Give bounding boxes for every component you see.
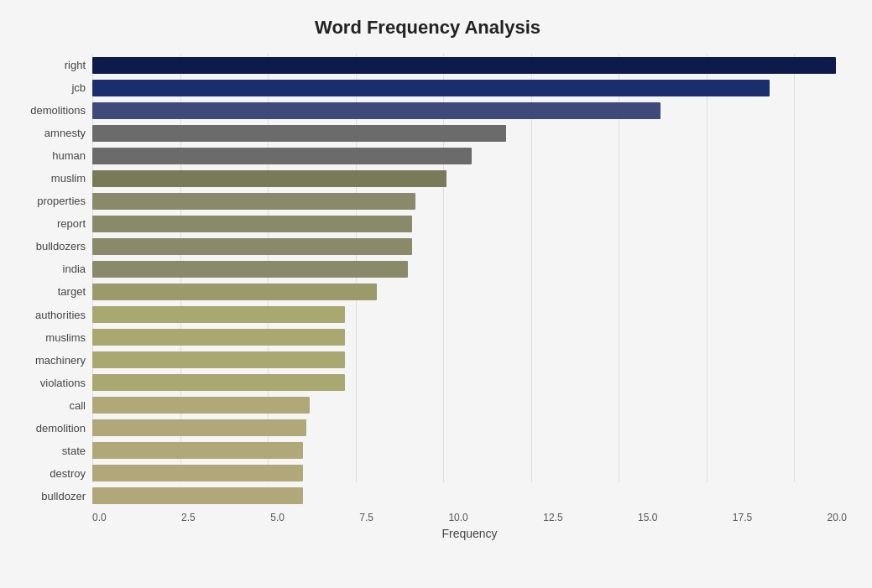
bar-row (92, 122, 847, 144)
bar-row (92, 485, 847, 507)
x-tick: 12.5 (543, 512, 562, 523)
bar-target (92, 284, 377, 300)
bar-row (92, 417, 847, 439)
bar-row (92, 190, 847, 212)
bar-row (92, 462, 847, 484)
bar-properties (92, 193, 415, 210)
bar-row (92, 236, 847, 258)
bar-row (92, 145, 847, 167)
bar-violations (92, 374, 345, 391)
x-tick: 15.0 (638, 512, 657, 523)
bar-row (92, 100, 847, 122)
bar-call (92, 397, 310, 414)
x-tick: 10.0 (448, 512, 467, 523)
y-label: bulldozers (36, 235, 86, 258)
chart-title: Word Frequency Analysis (8, 17, 847, 39)
y-label: right (65, 54, 86, 76)
y-label: call (69, 394, 86, 417)
y-label: report (57, 212, 86, 235)
y-label: muslim (51, 167, 86, 190)
x-tick: 5.0 (270, 512, 285, 523)
bar-destroy (92, 465, 303, 481)
y-label: amnesty (44, 122, 86, 144)
bar-human (92, 148, 472, 164)
bar-row (92, 168, 847, 190)
bar-row (92, 281, 847, 303)
y-label: demolitions (30, 99, 86, 122)
bar-row (92, 213, 847, 235)
y-label: muslims (45, 326, 86, 349)
bottom-section: 0.02.55.07.510.012.515.017.520.0 Frequen… (8, 507, 847, 540)
bar-row (92, 349, 847, 371)
bar-machinery (92, 351, 345, 368)
chart-container: Word Frequency Analysis rightjcbdemoliti… (0, 0, 872, 588)
y-label: human (52, 144, 86, 167)
bar-right (92, 57, 836, 74)
bars-wrapper (92, 54, 847, 507)
bar-muslim (92, 170, 446, 187)
y-label: india (63, 258, 86, 280)
y-axis-labels: rightjcbdemolitionsamnestyhumanmuslimpro… (8, 54, 92, 507)
y-label: bulldozer (41, 485, 86, 507)
bar-authorities (92, 306, 345, 323)
bar-row (92, 258, 847, 280)
y-label: authorities (35, 304, 86, 326)
x-axis-label: Frequency (92, 527, 847, 540)
chart-area: rightjcbdemolitionsamnestyhumanmuslimpro… (8, 54, 847, 507)
x-axis: 0.02.55.07.510.012.515.017.520.0 (92, 507, 847, 523)
x-tick: 7.5 (359, 512, 373, 523)
bar-state (92, 442, 303, 459)
bar-row (92, 394, 847, 416)
bars-and-grid (92, 54, 847, 507)
bar-row (92, 304, 847, 325)
bar-demolitions (92, 102, 661, 119)
x-tick: 0.0 (92, 512, 107, 523)
x-tick: 2.5 (181, 512, 196, 523)
bar-demolition (92, 419, 306, 436)
bar-bulldozers (92, 238, 412, 255)
bar-report (92, 216, 412, 232)
bar-jcb (92, 80, 770, 96)
y-label: properties (37, 190, 86, 212)
y-label: jcb (71, 76, 86, 99)
bar-india (92, 261, 408, 278)
y-label: destroy (50, 462, 86, 485)
bar-row (92, 326, 847, 348)
y-label: target (58, 280, 86, 303)
bar-bulldozer (92, 487, 303, 504)
y-label: state (62, 440, 86, 462)
x-tick: 20.0 (828, 512, 847, 523)
y-label: machinery (35, 349, 86, 372)
bar-row (92, 55, 847, 76)
bar-row (92, 440, 847, 461)
bar-amnesty (92, 125, 506, 142)
bar-muslims (92, 329, 345, 346)
x-tick: 17.5 (733, 512, 752, 523)
y-label: demolition (36, 417, 86, 440)
bar-row (92, 372, 847, 393)
bar-row (92, 77, 847, 99)
y-label: violations (40, 372, 86, 394)
